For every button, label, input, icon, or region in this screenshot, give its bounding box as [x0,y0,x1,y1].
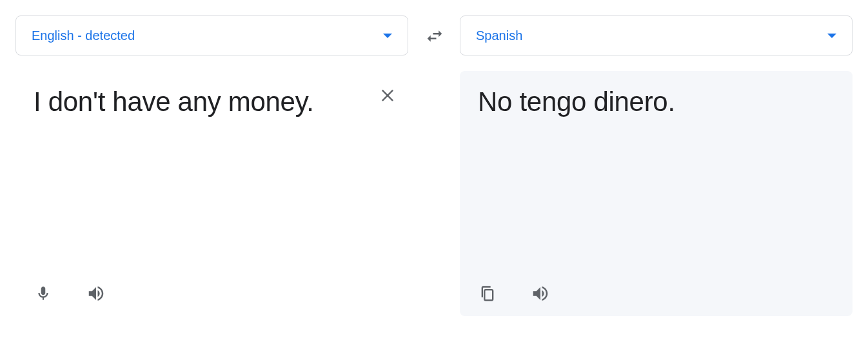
copy-button[interactable] [478,284,497,303]
translate-container: English - detected I don't have any mone… [15,15,853,316]
swap-languages-button[interactable] [425,26,443,45]
target-language-label: Spanish [476,28,522,43]
source-language-label: English - detected [32,28,135,43]
target-language-selector[interactable]: Spanish [460,15,853,55]
source-text[interactable]: I don't have any money. [34,84,390,274]
target-toolbar [478,274,834,303]
swap-icon [425,26,444,46]
close-icon [379,87,396,104]
chevron-down-icon [383,34,392,38]
source-toolbar [34,274,390,303]
source-panel: English - detected I don't have any mone… [15,15,408,316]
speaker-icon [531,283,550,304]
swap-languages-container [408,15,460,55]
clear-button[interactable] [379,86,397,105]
target-text-area: No tengo dinero. [460,71,853,316]
speaker-icon [86,283,106,304]
target-text: No tengo dinero. [478,84,834,274]
microphone-button[interactable] [34,284,53,303]
svg-rect-2 [484,290,493,300]
chevron-down-icon [827,34,836,38]
source-language-selector[interactable]: English - detected [15,15,408,55]
microphone-icon [35,284,52,303]
listen-source-button[interactable] [86,284,106,303]
source-text-area[interactable]: I don't have any money. [15,71,408,316]
listen-target-button[interactable] [531,284,550,303]
copy-icon [478,285,497,303]
target-panel: Spanish No tengo dinero. [460,15,853,316]
